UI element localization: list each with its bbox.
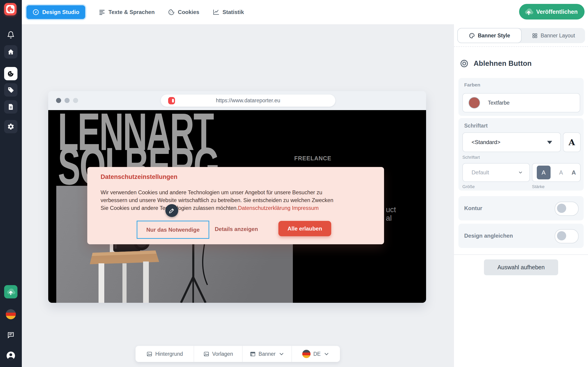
accept-button-label: Alle erlauben [288,225,322,232]
chevron-down-icon [518,170,523,175]
german-flag-icon [6,309,16,319]
language-dropdown[interactable]: DE [292,346,340,362]
app-logo-cookie-icon [6,5,15,13]
background-button[interactable]: Hintergrund [136,346,194,362]
tab-cookies[interactable]: Cookies [168,9,199,16]
chevron-down-icon [278,351,285,357]
weight-light-option-selected[interactable]: A [537,166,551,179]
panel-divider [454,254,588,255]
url-text: https://www.datareporter.eu [161,98,335,104]
outline-label: Kontur [464,205,482,211]
cookie-outline-icon [168,9,175,16]
banner-dropdown[interactable]: Banner [242,346,292,362]
size-label: Größe [462,184,475,189]
sidebar-item-home[interactable] [4,45,17,58]
url-bar[interactable]: https://www.datareporter.eu [161,94,335,107]
imprint-link[interactable]: Impressum [292,205,319,211]
font-size-select[interactable]: Default [462,163,530,182]
site-text-fragment-1: uct [386,205,396,214]
sidebar-account-button[interactable] [4,349,17,362]
tab-banner-layout[interactable]: Banner Layout [522,28,585,43]
templates-label: Vorlagen [212,351,233,357]
details-button-label: Details anzeigen [215,226,258,232]
panel-tabs: Banner Style Banner Layout [457,28,585,43]
tab-texte-sprachen[interactable]: Texte & Sprachen [99,9,155,16]
details-button[interactable]: Details anzeigen [215,221,258,237]
font-card-label: Schriftart [464,123,488,129]
outline-toggle-off[interactable] [555,202,579,216]
weight-bold-option[interactable]: A [571,169,576,176]
canvas-toolbar: Hintergrund Vorlagen Banner DE [136,346,340,362]
consent-dialog-body: Wir verwenden Cookies und andere Technol… [101,189,376,212]
text-lines-icon [99,9,105,16]
sidebar-item-documents[interactable] [4,100,17,114]
sidebar-language-button[interactable] [4,309,17,319]
deselect-button[interactable]: Auswahl aufheben [484,259,558,275]
body-line-1: Wir verwenden Cookies und andere Technol… [101,189,376,196]
reject-button-selected[interactable]: Nur das Notwendige [137,221,209,239]
body-line-2: verbessern und unsere Website wirtschaft… [101,196,376,204]
image-icon [146,351,153,357]
app-root: Design Studio Texte & Sprachen Cookies S… [0,0,588,367]
reject-button-label: Nur das Notwendige [146,227,199,233]
chevron-down-icon [323,351,330,357]
font-preview-button[interactable]: A [563,132,581,152]
bell-icon [7,31,15,39]
pencil-icon [169,207,175,214]
privacy-policy-link[interactable]: Datenschutzerklärung [238,205,291,211]
font-family-value: <Standard> [472,139,500,145]
line-chart-icon [213,9,220,16]
color-swatch[interactable] [468,97,480,108]
browser-chrome: https://www.datareporter.eu [48,91,426,110]
cloud-upload-icon [524,7,533,16]
tab-label: Cookies [178,9,199,15]
font-sub-label: Schriftart [462,155,480,160]
caret-down-icon [547,141,552,144]
banner-label: Banner [259,351,276,357]
sidebar-publish-button[interactable] [4,285,17,298]
selected-element-header: Ablehnen Button [460,59,532,68]
tab-label: Texte & Sprachen [108,9,155,15]
colors-card: Farben Textfarbe [458,78,584,116]
compass-icon [32,9,39,16]
style-panel: Banner Style Banner Layout Ablehnen Butt… [454,24,588,367]
text-color-row[interactable]: Textfarbe [462,93,580,112]
consent-dialog-title: Datenschutzeinstellungen [101,173,178,181]
banner-layout-icon [250,351,256,357]
app-logo[interactable] [4,3,17,15]
templates-button[interactable]: Vorlagen [194,346,242,362]
top-bar: Design Studio Texte & Sprachen Cookies S… [22,0,588,24]
weight-regular-option[interactable]: A [559,169,563,176]
sidebar-item-cookie-studio[interactable] [4,67,17,80]
sidebar-feedback-button[interactable] [4,328,17,342]
font-size-value: Default [472,169,489,176]
design-canvas: https://www.datareporter.eu LENNART SOLB… [22,24,454,367]
document-icon [7,103,14,110]
text-color-label: Textfarbe [488,100,510,106]
body-line-3: Sie Cookies und andere Technologien zula… [101,204,376,212]
match-design-toggle-off[interactable] [555,229,579,243]
publish-button[interactable]: Veröffentlichen [519,4,585,19]
edit-element-button[interactable] [165,204,178,217]
palette-icon [469,33,475,39]
tab-label: Design Studio [42,9,79,15]
panel-tab-label: Banner Layout [541,33,575,39]
home-icon [7,48,14,55]
chat-icon [7,331,15,339]
cloud-upload-icon [6,287,15,296]
tag-icon [7,86,14,93]
panel-divider [454,46,588,47]
font-family-select[interactable]: <Standard> [462,132,561,152]
publish-label: Veröffentlichen [536,8,578,15]
panel-tab-label: Banner Style [478,33,510,39]
tab-banner-style[interactable]: Banner Style [457,28,522,43]
accept-button[interactable]: Alle erlauben [278,221,331,236]
sidebar-item-tags[interactable] [4,83,17,97]
tab-statistik[interactable]: Statistik [213,9,244,16]
user-icon [6,351,16,361]
notifications-button[interactable] [4,28,17,42]
sidebar-item-settings[interactable] [4,120,17,133]
tab-design-studio[interactable]: Design Studio [26,5,85,19]
selected-element-title: Ablehnen Button [474,59,532,68]
traffic-light-dots [56,98,78,103]
